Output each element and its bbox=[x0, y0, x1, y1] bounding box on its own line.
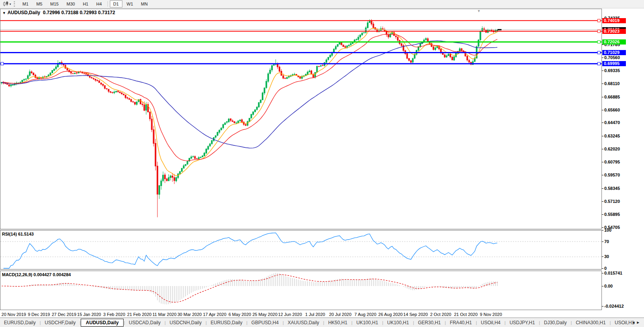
price-axis-tick-label: 0.62020 bbox=[604, 147, 620, 151]
price-axis-tick bbox=[602, 71, 603, 71]
collapse-arrow-icon[interactable]: ▼ bbox=[2, 11, 6, 15]
toolbar-grip[interactable] bbox=[14, 1, 16, 7]
chart-tab-uk100-h1[interactable]: UK100,H1 bbox=[383, 319, 413, 326]
timeframe-button-m1[interactable]: M1 bbox=[19, 0, 32, 7]
price-axis-tick-label: 0.64470 bbox=[604, 120, 620, 125]
chart-tab-hk50-h1[interactable]: HK50,H1 bbox=[324, 319, 352, 326]
level-price-box: 0.72026 bbox=[602, 39, 626, 45]
timeframe-button-w1[interactable]: W1 bbox=[123, 0, 137, 7]
price-axis-tick-label: 0.59570 bbox=[604, 173, 620, 177]
rsi-axis-label: 100 bbox=[604, 228, 611, 232]
rsi-axis-tick bbox=[602, 230, 603, 230]
price-axis-tick bbox=[602, 175, 603, 175]
timeframe-button-h1[interactable]: H1 bbox=[79, 0, 92, 7]
price-axis-tick bbox=[602, 97, 603, 97]
chart-tab-usdjpy-h1[interactable]: USDJPY,H1 bbox=[505, 319, 539, 326]
candlestick-chart-icon bbox=[3, 1, 9, 7]
macd-axis-tick bbox=[602, 286, 603, 286]
price-axis-tick-label: 0.65660 bbox=[604, 108, 620, 112]
chart-tab-xauusd-daily[interactable]: XAUUSD,Daily bbox=[284, 319, 323, 326]
timeframe-button-m30[interactable]: M30 bbox=[63, 0, 78, 7]
price-axis-tick-label: 0.68110 bbox=[604, 81, 620, 86]
rsi-axis-label: 0 bbox=[604, 266, 607, 271]
price-axis-tick-label: 0.63245 bbox=[604, 134, 620, 138]
price-axis-tick bbox=[602, 162, 603, 162]
price-axis-tick bbox=[602, 227, 603, 228]
price-axis-tick bbox=[602, 123, 603, 123]
price-axis-tick-label: 0.57120 bbox=[604, 199, 620, 204]
tab-scroll-right-icon[interactable]: ▸ bbox=[637, 320, 642, 325]
macd-axis-tick bbox=[602, 306, 603, 307]
date-axis-label[interactable]: 9 Nov 2020 bbox=[475, 312, 507, 317]
level-price-box: 0.73023 bbox=[602, 29, 626, 34]
macd-axis-label: -0.024412 bbox=[604, 304, 624, 308]
chart-title: ▼AUDUSD,Daily 0.72996 0.73188 0.72993 0.… bbox=[2, 10, 115, 15]
price-axis-tick bbox=[602, 84, 603, 84]
rsi-axis-tick bbox=[602, 268, 603, 269]
macd-indicator-label: MACD(12,26,9) 0.004427 0.004284 bbox=[2, 272, 71, 277]
chart-tab-usdcad-daily[interactable]: USDCAD,Daily bbox=[125, 319, 165, 326]
chart-symbol-period: AUDUSD,Daily bbox=[7, 10, 40, 15]
price-axis-tick-label: 0.60795 bbox=[604, 160, 620, 164]
main-chart-panel[interactable] bbox=[0, 9, 602, 229]
rsi-axis-tick bbox=[602, 256, 603, 257]
price-axis-tick bbox=[602, 201, 603, 202]
rsi-indicator-label: RSI(14) 61.5143 bbox=[2, 232, 34, 236]
chevron-down-icon: ▾ bbox=[9, 2, 11, 6]
macd-panel[interactable] bbox=[0, 271, 602, 310]
timeframe-button-mn[interactable]: MN bbox=[137, 0, 151, 7]
macd-axis-label: 0.00 bbox=[604, 284, 613, 288]
timeframe-button-h4[interactable]: H4 bbox=[93, 0, 105, 7]
chart-tab-bar: EURUSD,Daily|USDCHF,Daily|AUDUSD,Daily|U… bbox=[0, 318, 644, 327]
timeframe-buttons: M1M5M15M30H1H4D1W1MN bbox=[19, 0, 152, 7]
price-axis-tick bbox=[602, 110, 603, 110]
chart-tab-usdcnh-daily[interactable]: USDCNH,Daily bbox=[166, 319, 205, 326]
macd-axis-label: 0.015741 bbox=[604, 271, 622, 275]
price-axis-tick bbox=[602, 214, 603, 215]
rsi-panel[interactable] bbox=[0, 230, 602, 269]
chart-ohlc-values: 0.72996 0.73188 0.72993 0.73172 bbox=[43, 10, 115, 15]
chart-tab-eurusd-daily[interactable]: EURUSD,Daily bbox=[0, 319, 40, 326]
chart-shift-marker-icon[interactable]: ▼ bbox=[477, 9, 481, 13]
price-axis-tick-label: 0.70560 bbox=[604, 55, 620, 60]
rsi-axis-tick bbox=[602, 242, 603, 242]
chart-tab-usdchf-daily[interactable]: USDCHF,Daily bbox=[41, 319, 80, 326]
price-axis-tick bbox=[602, 149, 603, 149]
price-axis-tick bbox=[602, 188, 603, 189]
level-price-box: 0.69995 bbox=[602, 61, 626, 66]
chart-tab-gbpusd-h4[interactable]: GBPUSD,H4 bbox=[248, 319, 283, 326]
chart-tab-eurusd-daily[interactable]: EURUSD,Daily bbox=[207, 319, 246, 326]
level-price-box: 0.71029 bbox=[602, 50, 626, 55]
price-axis-tick bbox=[602, 136, 603, 136]
price-axis-tick-label: 0.66885 bbox=[604, 95, 620, 99]
chart-tab-fra40-h1[interactable]: FRA40,H1 bbox=[446, 319, 476, 326]
chart-tab-usoil-h4[interactable]: USOil,H4 bbox=[477, 319, 505, 326]
chart-tab-audusd-daily[interactable]: AUDUSD,Daily bbox=[81, 319, 124, 327]
price-axis-tick-label: 0.55895 bbox=[604, 212, 620, 217]
level-price-box: 0.74019 bbox=[602, 18, 626, 23]
chart-tab-dj30-daily[interactable]: DJ30,Daily bbox=[540, 319, 571, 326]
mt4-workspace: ▾ M1M5M15M30H1H4D1W1MN ▼AUDUSD,Daily 0.7… bbox=[0, 0, 644, 327]
rsi-axis-label: 70 bbox=[604, 239, 609, 244]
tab-scroll-left-icon[interactable]: ◂ bbox=[632, 320, 637, 325]
price-axis-tick-label: 0.58345 bbox=[604, 186, 620, 191]
chart-type-button[interactable]: ▾ bbox=[2, 1, 12, 7]
timeframe-button-m15[interactable]: M15 bbox=[47, 0, 62, 7]
timeframe-toolbar: ▾ M1M5M15M30H1H4D1W1MN bbox=[0, 0, 644, 8]
chart-tab-uk100-h1[interactable]: UK100,H1 bbox=[352, 319, 382, 326]
toolbar-separator bbox=[107, 1, 108, 7]
timeframe-button-d1[interactable]: D1 bbox=[110, 0, 122, 7]
price-axis-tick bbox=[602, 58, 603, 58]
chart-tab-ger30-h1[interactable]: GER30,H1 bbox=[414, 319, 445, 326]
chart-tab-china300-h1[interactable]: CHINA300,H1 bbox=[572, 319, 610, 326]
rsi-axis-label: 30 bbox=[604, 254, 609, 259]
price-axis-tick-label: 0.69335 bbox=[604, 68, 620, 73]
timeframe-button-m5[interactable]: M5 bbox=[33, 0, 46, 7]
macd-axis-tick bbox=[602, 273, 603, 273]
